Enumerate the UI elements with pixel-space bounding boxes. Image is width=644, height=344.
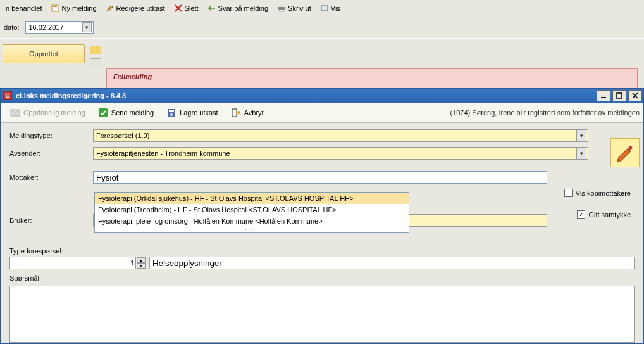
autocomplete-item[interactable]: Fysioterapi (Orkdal sjukehus) - HF - St …	[95, 193, 409, 204]
date-picker[interactable]: 16.02.2017	[25, 21, 94, 34]
new-message-icon	[51, 4, 60, 13]
checkbox-label: Gitt samtykke	[588, 211, 631, 219]
svg-rect-11	[169, 110, 174, 112]
avsender-label: Avsender:	[9, 150, 85, 157]
svg-rect-5	[321, 6, 328, 11]
bruker-label: Bruker:	[9, 217, 85, 224]
minimize-button[interactable]	[597, 90, 610, 101]
vis-kopimottakere-checkbox[interactable]	[564, 189, 573, 197]
toolbar-label: Skriv ut	[288, 4, 311, 12]
btn-label: Send melding	[111, 109, 154, 117]
view-icon	[320, 4, 329, 13]
gitt-samtykke-checkbox[interactable]	[577, 210, 585, 219]
sporsmal-textarea[interactable]	[9, 286, 635, 343]
type-number-input[interactable]: 1	[9, 257, 136, 269]
form-area: Meldingstype: Forespørsel (1.0) Avsender…	[1, 123, 643, 234]
svg-rect-12	[170, 113, 173, 116]
close-button[interactable]	[628, 90, 642, 101]
date-row: dato: 16.02.2017	[0, 16, 644, 39]
svg-rect-13	[232, 109, 237, 117]
redigere-utkast-button[interactable]: Redigere utkast	[102, 3, 168, 14]
btn-label: Opprinnelig melding	[23, 109, 85, 117]
opprinnelig-melding-button[interactable]: Opprinnelig melding	[4, 105, 91, 120]
skriv-ut-button[interactable]: Skriv ut	[274, 3, 314, 14]
modal-toolbar: Opprinnelig melding Send melding Lagre u…	[1, 103, 643, 123]
toolbar-label: Svar på melding	[218, 4, 269, 12]
pencil-icon	[614, 142, 636, 163]
toolbar-label: Redigere utkast	[116, 4, 165, 12]
btn-label: Avbryt	[244, 109, 264, 117]
modal-window: G eLinks meldingsredigering - 8.4.3 Oppr…	[0, 88, 644, 344]
titlebar[interactable]: G eLinks meldingsredigering - 8.4.3	[1, 89, 643, 103]
edit-icon	[106, 4, 115, 13]
number-spinner: ▴ ▾	[137, 257, 146, 269]
check-icon	[98, 108, 108, 118]
edit-note-button[interactable]	[610, 138, 640, 167]
svg-rect-3	[280, 5, 283, 7]
svg-rect-7	[617, 93, 622, 98]
reply-icon	[207, 4, 216, 13]
checkbox-label: Vis kopimottakere	[576, 189, 631, 197]
window-title: eLinks meldingsredigering - 8.4.3	[16, 92, 126, 99]
save-icon	[166, 108, 176, 118]
mottaker-label: Mottaker:	[9, 174, 85, 181]
dropdown-arrow-icon[interactable]	[82, 22, 92, 32]
number-value: 1	[130, 259, 134, 267]
vis-button[interactable]: Vis	[317, 3, 344, 14]
badge-small-2[interactable]	[90, 58, 101, 67]
app-icon: G	[3, 91, 12, 100]
badge-area: Opprettet	[0, 39, 644, 71]
status-text: (1074) Søreng, Irene blir registrert som…	[450, 109, 640, 117]
toolbar-label: Slett	[185, 4, 199, 12]
behandlet-button[interactable]: n behandlet	[3, 3, 46, 13]
ny-melding-button[interactable]: Ny melding	[48, 3, 100, 14]
maximize-button[interactable]	[612, 90, 626, 101]
svg-rect-0	[52, 5, 58, 11]
autocomplete-item[interactable]: Fysioterapi (Trondheim) - HF - St Olavs …	[95, 204, 409, 215]
opprettet-tab[interactable]: Opprettet	[3, 44, 85, 63]
lagre-utkast-button[interactable]: Lagre utkast	[161, 105, 224, 120]
send-melding-button[interactable]: Send melding	[92, 105, 159, 120]
date-value: 16.02.2017	[28, 23, 63, 31]
svg-rect-9	[99, 108, 108, 117]
autocomplete-item[interactable]: Fysioterapi, pleie- og omsorg - Holtålen…	[95, 215, 409, 227]
toolbar-label: Vis	[331, 4, 340, 12]
mottaker-input[interactable]	[93, 171, 547, 184]
select-value: Fysioterapitjenesten - Trondheim kommune	[96, 150, 230, 157]
avsender-select[interactable]: Fysioterapitjenesten - Trondheim kommune	[93, 147, 588, 160]
sporsmal-label: Spørsmål:	[9, 274, 41, 282]
autocomplete-resize-handle[interactable]: ····	[95, 227, 409, 232]
autocomplete-popup: Fysioterapi (Orkdal sjukehus) - HF - St …	[94, 192, 409, 233]
toolbar-label: Ny melding	[62, 4, 97, 12]
meldingstype-select[interactable]: Forespørsel (1.0)	[93, 129, 588, 142]
badge-small-1[interactable]	[90, 46, 101, 54]
helseopplysninger-input[interactable]	[149, 257, 635, 269]
envelope-icon	[10, 108, 20, 118]
date-label: dato:	[4, 23, 19, 31]
btn-label: Lagre utkast	[180, 109, 218, 117]
avbryt-button[interactable]: Avbryt	[225, 105, 269, 120]
app-toolbar: n behandlet Ny melding Redigere utkast S…	[0, 0, 644, 16]
toolbar-label: n behandlet	[6, 4, 42, 12]
select-value: Forespørsel (1.0)	[96, 132, 149, 139]
type-foresporsel-label: Type forespørsel:	[9, 247, 635, 255]
spin-up-button[interactable]: ▴	[137, 257, 146, 263]
window-controls	[597, 90, 642, 101]
svg-rect-1	[53, 6, 57, 7]
meldingstype-label: Meldingstype:	[9, 132, 85, 139]
svar-button[interactable]: Svar på melding	[204, 3, 272, 14]
error-title: Feilmelding	[113, 73, 152, 80]
opprettet-label: Opprettet	[29, 50, 58, 58]
dropdown-arrow-icon[interactable]	[576, 148, 586, 159]
dropdown-arrow-icon[interactable]	[576, 130, 586, 141]
slett-button[interactable]: Slett	[171, 3, 202, 14]
delete-icon	[174, 4, 183, 13]
svg-rect-4	[280, 10, 283, 11]
spin-down-button[interactable]: ▾	[137, 263, 146, 269]
print-icon	[277, 4, 286, 13]
exit-icon	[231, 108, 241, 118]
